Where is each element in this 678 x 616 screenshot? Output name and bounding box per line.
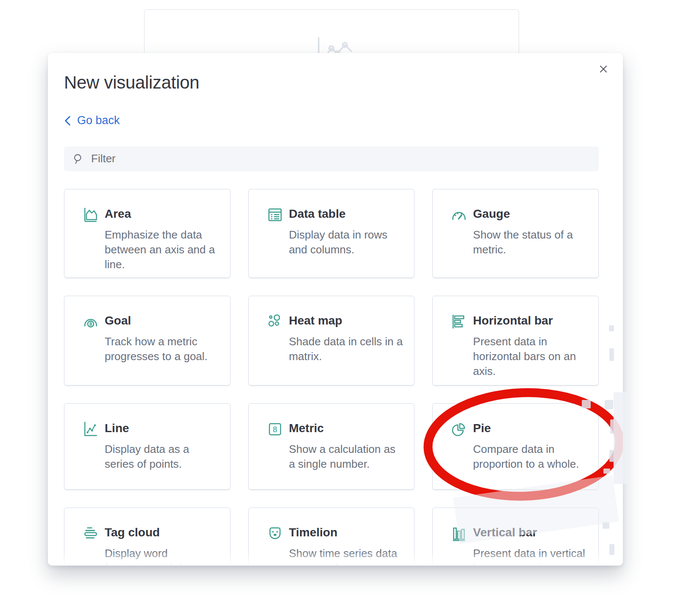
card-description: Show the status of a metric.	[473, 228, 587, 257]
card-description: Show time series data on a graph.	[289, 546, 403, 566]
search-icon	[73, 153, 84, 166]
card-title: Area	[105, 207, 219, 221]
vis-card-line[interactable]: Line Display data as a series of points.	[64, 403, 231, 490]
vis-card-goal[interactable]: 8 Goal Track how a metric progresses to …	[64, 296, 231, 386]
card-description: Display data in rows and columns.	[289, 228, 403, 257]
card-title: Metric	[289, 422, 403, 435]
card-description: Show a calculation as a single number.	[289, 442, 403, 472]
card-description: Compare data in proportion to a whole.	[473, 442, 587, 472]
vis-card-area[interactable]: Area Emphasize the data between an axis …	[64, 189, 231, 278]
card-title: Pie	[473, 422, 587, 435]
vis-card-pie[interactable]: Pie Compare data in proportion to a whol…	[432, 403, 599, 490]
card-title: Line	[105, 422, 219, 435]
horizontal-bar-icon	[450, 313, 467, 373]
background-block	[609, 544, 614, 555]
vis-card-tag-cloud[interactable]: Tag cloud Display word frequency with fo…	[64, 508, 231, 566]
card-title: Data table	[289, 207, 403, 221]
line-chart-icon	[82, 421, 99, 477]
background-block	[582, 400, 591, 408]
background-block	[609, 348, 614, 361]
card-description: Present data in vertical bars on an axis…	[473, 546, 587, 566]
goal-icon: 8	[82, 313, 99, 373]
timelion-icon	[267, 525, 283, 566]
svg-text:8: 8	[272, 425, 277, 433]
card-description: Display data as a series of points.	[105, 442, 219, 472]
card-description: Display word frequency with font size.	[105, 546, 219, 566]
go-back-link[interactable]: Go back	[64, 114, 120, 127]
modal-title: New visualization	[64, 72, 599, 93]
gauge-icon	[450, 206, 467, 266]
card-description: Present data in horizontal bars on an ax…	[473, 334, 587, 379]
card-description: Emphasize the data between an axis and a…	[105, 228, 219, 272]
vis-card-gauge[interactable]: Gauge Show the status of a metric.	[432, 189, 599, 278]
vis-card-data-table[interactable]: Data table Display data in rows and colu…	[248, 189, 415, 278]
data-table-icon	[267, 206, 283, 266]
tag-cloud-icon	[82, 525, 99, 566]
card-title: Goal	[105, 314, 219, 327]
svg-text:8: 8	[89, 321, 92, 327]
vis-card-heat-map[interactable]: Heat map Shade data in cells in a matrix…	[248, 296, 415, 386]
background-block	[610, 419, 614, 434]
card-description: Shade data in cells in a matrix.	[289, 334, 403, 364]
background-band	[614, 392, 628, 484]
background-block	[609, 450, 614, 462]
card-title: Horizontal bar	[473, 314, 587, 327]
chevron-left-icon	[64, 115, 71, 126]
heat-map-icon	[267, 313, 283, 373]
filter-input[interactable]	[64, 147, 599, 171]
close-icon[interactable]	[594, 60, 613, 78]
card-description: Track how a metric progresses to a goal.	[105, 334, 219, 364]
card-title: Heat map	[289, 314, 403, 327]
screen: New visualization Go back	[0, 0, 678, 616]
go-back-label: Go back	[77, 114, 120, 127]
vis-card-horizontal-bar[interactable]: Horizontal bar Present data in horizonta…	[432, 296, 599, 386]
vis-card-timelion[interactable]: Timelion Show time series data on a grap…	[248, 508, 415, 566]
filter-field	[64, 147, 599, 171]
card-title: Gauge	[473, 207, 587, 221]
background-block	[603, 469, 610, 474]
card-title: Tag cloud	[105, 526, 219, 539]
area-chart-icon	[82, 206, 99, 266]
card-title: Timelion	[289, 526, 403, 539]
background-block	[609, 325, 614, 331]
vis-card-metric[interactable]: 8 Metric Show a calculation as a single …	[248, 403, 415, 490]
metric-icon: 8	[267, 421, 283, 477]
pie-chart-icon	[450, 421, 467, 477]
background-block	[605, 400, 613, 409]
